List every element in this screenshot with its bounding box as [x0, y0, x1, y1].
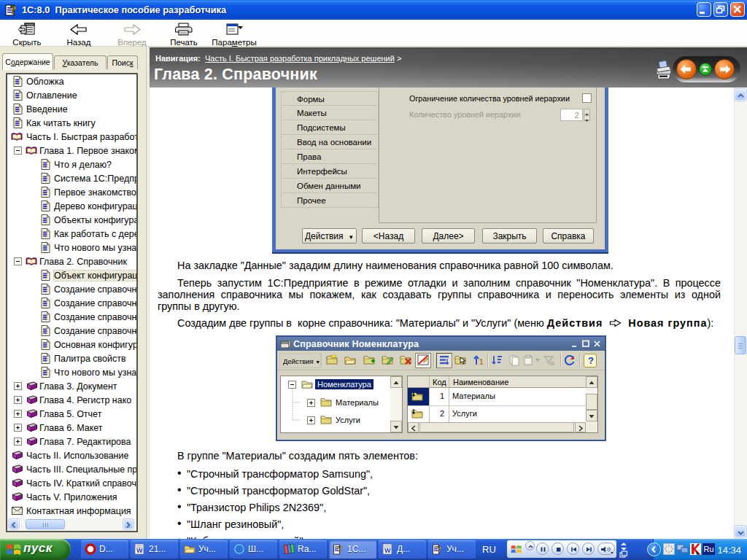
svg-text:?: ?: [10, 3, 17, 17]
svg-text:1: 1: [479, 358, 484, 366]
